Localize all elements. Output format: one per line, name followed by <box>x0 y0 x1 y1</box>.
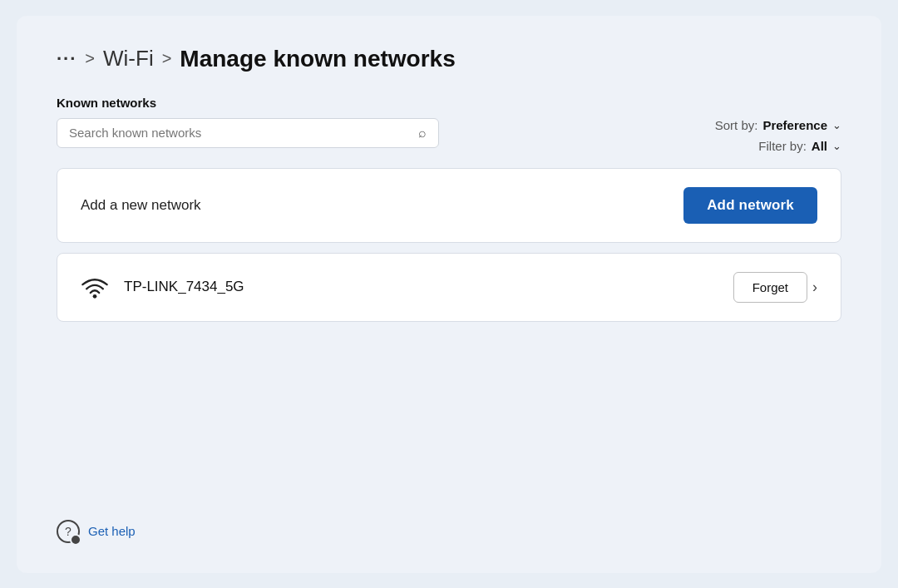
network-item-card: TP-LINK_7434_5G Forget › <box>57 253 841 322</box>
network-actions: Forget › <box>733 272 817 303</box>
breadcrumb-sep1: > <box>85 49 95 68</box>
filter-value: All <box>812 139 827 153</box>
add-network-card: Add a new network Add network <box>57 168 841 243</box>
get-help-link[interactable]: Get help <box>88 524 136 538</box>
breadcrumb-wifi[interactable]: Wi-Fi <box>103 46 154 72</box>
footer: ? Get help <box>57 503 841 543</box>
help-icon: ? <box>57 520 80 543</box>
breadcrumb-dots: ··· <box>57 48 76 70</box>
add-network-button[interactable]: Add network <box>683 187 817 224</box>
filter-dropdown[interactable]: Filter by: All ⌄ <box>758 139 841 153</box>
filter-chevron-icon: ⌄ <box>832 140 841 152</box>
page-title: Manage known networks <box>180 46 455 72</box>
controls-row: ⌕ Sort by: Preference ⌄ Filter by: All ⌄ <box>57 118 841 153</box>
sort-label: Sort by: <box>715 118 758 132</box>
sort-filter-col: Sort by: Preference ⌄ Filter by: All ⌄ <box>715 118 841 153</box>
search-icon: ⌕ <box>418 126 427 141</box>
sort-dropdown[interactable]: Sort by: Preference ⌄ <box>715 118 841 132</box>
wifi-icon <box>81 275 109 299</box>
forget-button[interactable]: Forget <box>733 272 807 303</box>
known-networks-label: Known networks <box>57 96 841 110</box>
network-name: TP-LINK_7434_5G <box>124 279 244 295</box>
sort-value: Preference <box>762 118 827 132</box>
network-row: TP-LINK_7434_5G <box>81 275 733 299</box>
add-network-label: Add a new network <box>81 197 201 214</box>
filter-label: Filter by: <box>758 139 807 153</box>
svg-point-0 <box>93 294 97 299</box>
network-chevron-right-icon[interactable]: › <box>812 279 817 296</box>
search-input[interactable] <box>69 126 410 140</box>
sort-chevron-icon: ⌄ <box>832 119 841 131</box>
main-container: ··· > Wi-Fi > Manage known networks Know… <box>17 16 881 573</box>
breadcrumb-sep2: > <box>162 49 172 68</box>
search-box[interactable]: ⌕ <box>57 118 439 148</box>
breadcrumb: ··· > Wi-Fi > Manage known networks <box>57 46 841 72</box>
